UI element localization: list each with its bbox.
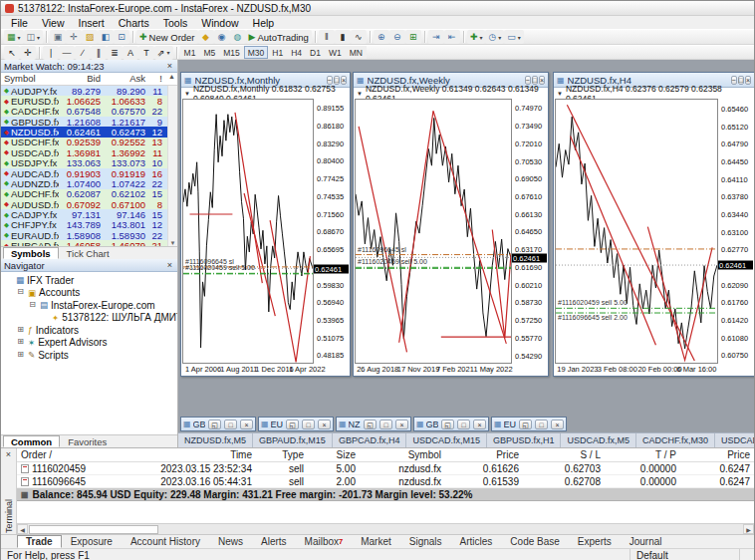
market-watch-row[interactable]: ◆AUDJPY.fx89.27989.29011 (1, 86, 177, 96)
terminal-tab-journal[interactable]: Journal (621, 535, 671, 548)
menu-item-window[interactable]: Window (195, 17, 244, 29)
crosshair-mode-button[interactable]: ✛ (66, 30, 82, 44)
orders-column-header[interactable]: Time (117, 449, 256, 460)
orders-column-header[interactable]: Type (256, 449, 308, 460)
price-axis[interactable]: 0.891550.861800.832900.804000.774250.745… (313, 99, 350, 364)
templates-button[interactable]: ▭▾ (504, 30, 524, 44)
candlestick-button[interactable]: ▮ (335, 30, 351, 44)
minimized-chart-window[interactable]: ▦GB...◱□× (180, 417, 256, 431)
maximize-icon[interactable]: □ (457, 420, 470, 429)
terminal-tab-code-base[interactable]: Code Base (501, 535, 568, 548)
orders-column-header[interactable]: Order / (17, 449, 117, 460)
zoom-out-button[interactable]: ⊖ (389, 30, 405, 44)
restore-icon[interactable]: ◱ (286, 420, 299, 429)
terminal-tab-articles[interactable]: Articles (451, 535, 502, 548)
label-tool[interactable]: T (138, 46, 154, 60)
market-watch-column-header[interactable]: Symbol (1, 73, 59, 85)
scroll-down-icon[interactable]: ▼ (170, 240, 176, 246)
market-watch-row[interactable]: ◆GBPUSD.fx1.216081.216179 (1, 117, 177, 127)
chart-window[interactable]: ▦NZDUSD.fx,H4−□×▼NZDUSD.fx,H4 0.62376 0.… (553, 72, 754, 377)
support-button[interactable]: ◍ (230, 30, 246, 44)
timeframe-m30[interactable]: M30 (244, 46, 269, 59)
scroll-right-icon[interactable]: ▶ (743, 524, 754, 534)
bar-chart-button[interactable]: ‖ (319, 30, 335, 44)
deposit-button[interactable]: ◆ (198, 30, 214, 44)
scroll-up-icon[interactable]: ▲ (165, 73, 175, 85)
timeframe-h4[interactable]: H4 (287, 46, 306, 59)
navigator-item[interactable]: ⊞ƒIndicators (1, 324, 177, 337)
restore-icon[interactable]: ◱ (208, 420, 221, 429)
chart-plot-area[interactable]: #1116020459 sell 5.00#1116096645 sell 2.… (555, 99, 717, 364)
vertical-line-tool[interactable]: ∣ (43, 46, 59, 60)
market-watch-row[interactable]: ◆USDCHF.fx0.925390.9255213 (1, 138, 177, 147)
navigator-item[interactable]: ⊟▤InstaForex-Europe.com (1, 299, 177, 312)
auto-scroll-button[interactable]: ⇥ (428, 30, 444, 44)
chart-tab[interactable]: GBPAUD.fx,M15 (253, 433, 333, 447)
orders-column-header[interactable]: Price (445, 449, 523, 460)
window-titlebar[interactable]: 51378122: InstaForex-Europe.com - InstaF… (1, 1, 754, 16)
time-axis[interactable]: 1 Apr 20061 Aug 20111 Dec 20161 Apr 2022 (181, 364, 350, 376)
tree-expander-icon[interactable]: ⊞ (16, 338, 25, 347)
new-order-button[interactable]: ✚New Order (136, 30, 197, 44)
minimized-chart-window[interactable]: ▦EU...◱□× (258, 417, 334, 431)
chart-shift-button[interactable]: ⇤ (444, 30, 460, 44)
price-axis[interactable]: 0.654600.651200.647900.644500.641100.637… (717, 99, 754, 364)
market-watch-column-header[interactable]: Bid (59, 73, 104, 85)
maximize-icon[interactable]: □ (535, 420, 548, 429)
close-icon[interactable]: × (473, 420, 486, 429)
horizontal-line-tool[interactable]: — (59, 46, 75, 60)
price-axis[interactable]: 0.749700.734900.720100.705300.690500.676… (511, 99, 548, 364)
terminal-tab-market[interactable]: Market (352, 535, 400, 548)
trendline-tool[interactable]: ∕ (75, 46, 91, 60)
chart-tab[interactable]: CADCHF.fx,M30 (636, 433, 715, 447)
order-row[interactable]: 11160966452023.03.16 05:44:31sell2.00nzd… (17, 475, 754, 488)
scroll-left-icon[interactable]: ◀ (17, 524, 28, 534)
restore-icon[interactable]: ◱ (441, 420, 454, 429)
crosshair-tool[interactable]: ✛ (20, 46, 36, 60)
restore-icon[interactable]: ◱ (364, 420, 377, 429)
minimized-chart-window[interactable]: ▦NZ...◱□× (336, 417, 411, 431)
navigator-tab-common[interactable]: Common (3, 435, 60, 447)
minimized-chart-window[interactable]: ▦GB...◱□× (413, 417, 489, 431)
periods-button[interactable]: ◷▾ (485, 30, 504, 44)
orders-column-header[interactable]: S / L (523, 449, 605, 460)
maximize-icon[interactable]: □ (302, 420, 315, 429)
line-chart-button[interactable]: ∿ (351, 30, 367, 44)
chart-tab[interactable]: USDCAD.fx,M15 (715, 433, 754, 447)
navigator-tab-favorites[interactable]: Favorites (60, 435, 115, 447)
tree-expander-icon[interactable]: ⊟ (16, 288, 25, 297)
timeframe-w1[interactable]: W1 (325, 46, 346, 59)
market-watch-close-icon[interactable]: × (165, 61, 174, 71)
navigator-item[interactable]: ⊞✶Expert Advisors (1, 337, 177, 350)
metaeditor-button[interactable]: ◉ (214, 30, 230, 44)
terminal-tab-mailbox[interactable]: Mailbox7 (296, 535, 353, 548)
minimized-chart-window[interactable]: ▦EU...◱□× (491, 417, 567, 431)
terminal-tab-trade[interactable]: Trade (17, 535, 62, 548)
market-watch-row[interactable]: ◆AUDNZD.fx1.074001.0742222 (1, 178, 177, 188)
chart-plot-area[interactable]: #1116096645 sl#1116020459 sell 5.00 (182, 99, 313, 364)
terminal-tab-account-history[interactable]: Account History (122, 535, 209, 548)
timeframe-mn[interactable]: MN (346, 46, 367, 59)
terminal-tab-alerts[interactable]: Alerts (252, 535, 296, 548)
chart-window[interactable]: ▦NZDUSD.fx,Weekly−□×▼NZDUSD.fx,Weekly 0.… (353, 72, 549, 377)
maximize-icon[interactable]: □ (224, 420, 237, 429)
timeframe-d1[interactable]: D1 (306, 46, 325, 59)
maximize-icon[interactable]: □ (379, 420, 392, 429)
chart-tab[interactable]: USDCAD.fx,M15 (406, 433, 487, 447)
tree-expander-icon[interactable]: ⊞ (16, 326, 25, 335)
channel-tool[interactable]: ∥ (91, 46, 107, 60)
terminal-tab-news[interactable]: News (209, 535, 252, 548)
navigator-item[interactable]: ✦51378122: ШУЛЬГА ДМИТРИЙ АНДРЕЕВ (1, 312, 177, 325)
menu-item-help[interactable]: Help (247, 17, 281, 29)
zoom-in-button[interactable]: ⊕ (374, 30, 389, 44)
orders-column-header[interactable]: T / P (605, 449, 680, 460)
arrows-tool[interactable]: ⇗▾ (154, 46, 173, 60)
chart-window[interactable]: ▦NZDUSD.fx,Monthly−□×▼NZDUSD.fx,Monthly … (180, 72, 351, 377)
dropdown-triangle-icon[interactable]: ▼ (557, 91, 563, 97)
market-watch-row[interactable]: ◆NZDUSD.fx0.624610.6247312 (1, 127, 177, 137)
market-watch-row[interactable]: ◆CHFJPY.fx143.789143.80112 (1, 220, 177, 230)
market-watch-column-header[interactable]: Ask (104, 73, 148, 85)
terminal-close-icon[interactable]: × (4, 449, 13, 459)
market-watch-column-header[interactable]: ! (148, 73, 165, 85)
menu-item-insert[interactable]: Insert (73, 17, 111, 29)
